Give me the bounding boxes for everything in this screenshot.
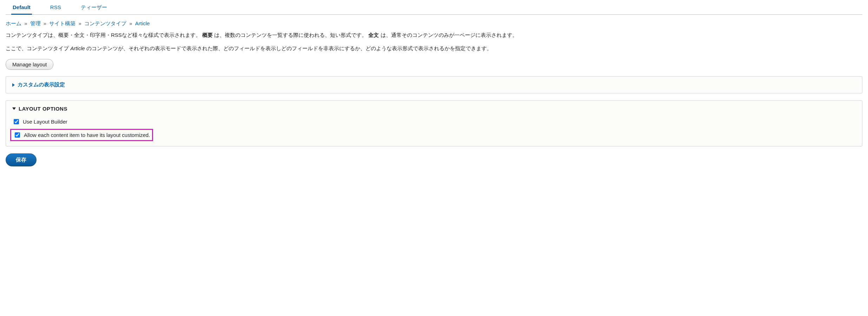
text: は、複数のコンテンツを一覧する際に使われる、短い形式です。 [214,32,367,38]
checkbox-row-allow-custom-layout[interactable]: Allow each content item to have its layo… [10,129,153,141]
panel-toggle-custom-display[interactable]: カスタムの表示設定 [12,81,856,88]
tab-default[interactable]: Default [11,1,32,15]
view-mode-tabs: Default RSS ティーザー [6,1,862,15]
allow-custom-layout-checkbox[interactable] [15,132,20,138]
breadcrumb-separator: » [24,20,27,26]
manage-layout-button[interactable]: Manage layout [6,59,53,70]
description-paragraph-1: コンテンツタイプは、概要・全文・印字用・RSSなど様々な様式で表示されます。 概… [6,31,862,40]
breadcrumb-separator: » [44,20,46,26]
tab-label: ティーザー [81,4,107,10]
description-paragraph-2: ここで、コンテンツタイプ Article のコンテンツが、それぞれの表示モードで… [6,44,862,53]
save-button[interactable]: 保存 [6,153,37,166]
checkbox-label: Use Layout Builder [23,119,67,125]
breadcrumb: ホーム » 管理 » サイト構築 » コンテンツタイプ » Article [6,20,862,27]
page-description: コンテンツタイプは、概要・全文・印字用・RSSなど様々な様式で表示されます。 概… [6,31,862,53]
breadcrumb-structure[interactable]: サイト構築 [49,20,75,26]
tab-label: Default [13,4,31,10]
panel-custom-display-settings: カスタムの表示設定 [6,76,862,93]
breadcrumb-content-types[interactable]: コンテンツタイプ [84,20,126,26]
breadcrumb-home[interactable]: ホーム [6,20,21,26]
panel-title: カスタムの表示設定 [18,81,65,88]
text-bold: 全文 [368,32,379,38]
text: コンテンツタイプは、概要・全文・印字用・RSSなど様々な様式で表示されます。 [6,32,201,38]
panel-toggle-layout-options[interactable]: LAYOUT OPTIONS [12,106,856,112]
button-label: 保存 [16,157,26,163]
tab-rss[interactable]: RSS [49,1,63,15]
text: ここで、コンテンツタイプ [6,45,70,51]
checkbox-row-use-layout-builder[interactable]: Use Layout Builder [12,118,856,125]
breadcrumb-admin[interactable]: 管理 [30,20,41,26]
text-bold: 概要 [202,32,213,38]
tab-label: RSS [50,4,61,10]
panel-title: LAYOUT OPTIONS [19,106,67,112]
text: は、通常そのコンテンツのみが一ページに表示されます。 [381,32,518,38]
text-italic: Article [70,45,85,51]
tab-teaser[interactable]: ティーザー [79,1,108,15]
breadcrumb-separator: » [79,20,81,26]
breadcrumb-separator: » [129,20,132,26]
chevron-down-icon [12,107,16,110]
checkbox-label: Allow each content item to have its layo… [24,132,150,138]
text: のコンテンツが、それぞれの表示モードで表示された際、どのフィールドを表示しどのフ… [86,45,492,51]
breadcrumb-article[interactable]: Article [135,20,150,26]
chevron-right-icon [12,83,15,87]
panel-layout-options: LAYOUT OPTIONS Use Layout Builder Allow … [6,100,862,146]
button-label: Manage layout [12,61,47,67]
use-layout-builder-checkbox[interactable] [14,119,19,124]
